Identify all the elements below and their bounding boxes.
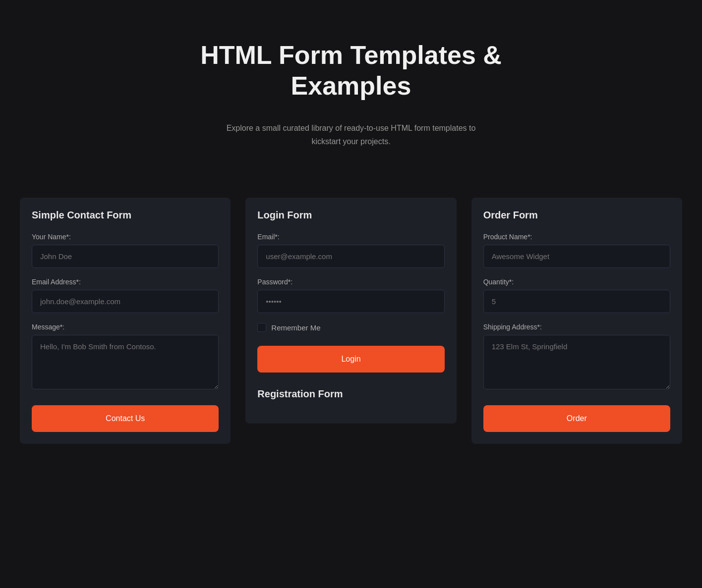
order-form-card: Order Form Product Name*: Quantity*: Shi… <box>471 198 682 444</box>
login-form-card: Login Form Email*: Password*: Remember M… <box>245 198 456 424</box>
login-form-title: Login Form <box>257 210 444 221</box>
product-name-input[interactable] <box>483 245 670 268</box>
hero-section: HTML Form Templates & Examples Explore a… <box>0 0 702 198</box>
shipping-address-textarea[interactable] <box>483 335 670 389</box>
remember-me-row: Remember Me <box>257 323 444 332</box>
product-name-label: Product Name*: <box>483 233 670 241</box>
name-label: Your Name*: <box>32 233 219 241</box>
message-label: Message*: <box>32 323 219 331</box>
quantity-group: Quantity*: <box>483 278 670 313</box>
order-form-title: Order Form <box>483 210 670 221</box>
login-email-input[interactable] <box>257 245 444 268</box>
cards-container: Simple Contact Form Your Name*: Email Ad… <box>0 198 702 464</box>
email-label: Email Address*: <box>32 278 219 286</box>
order-button[interactable]: Order <box>483 405 670 432</box>
login-email-label: Email*: <box>257 233 444 241</box>
order-form: Product Name*: Quantity*: Shipping Addre… <box>483 233 670 432</box>
quantity-label: Quantity*: <box>483 278 670 286</box>
remember-me-label: Remember Me <box>271 323 320 332</box>
quantity-input[interactable] <box>483 290 670 313</box>
message-textarea[interactable] <box>32 335 219 389</box>
email-input[interactable] <box>32 290 219 313</box>
message-field-group: Message*: <box>32 323 219 391</box>
login-password-input[interactable] <box>257 290 444 313</box>
page-title: HTML Form Templates & Examples <box>187 40 515 102</box>
page-subtitle: Explore a small curated library of ready… <box>222 121 480 148</box>
name-field-group: Your Name*: <box>32 233 219 268</box>
contact-us-button[interactable]: Contact Us <box>32 405 219 432</box>
shipping-address-label: Shipping Address*: <box>483 323 670 331</box>
contact-form: Your Name*: Email Address*: Message*: Co… <box>32 233 219 432</box>
registration-form-section: Registration Form <box>257 388 444 400</box>
login-password-label: Password*: <box>257 278 444 286</box>
simple-contact-form-card: Simple Contact Form Your Name*: Email Ad… <box>20 198 231 444</box>
contact-form-title: Simple Contact Form <box>32 210 219 221</box>
email-field-group: Email Address*: <box>32 278 219 313</box>
login-password-group: Password*: <box>257 278 444 313</box>
login-form: Email*: Password*: Remember Me Login <box>257 233 444 373</box>
login-button[interactable]: Login <box>257 346 444 373</box>
registration-form-title: Registration Form <box>257 388 444 400</box>
shipping-address-group: Shipping Address*: <box>483 323 670 391</box>
remember-me-checkbox[interactable] <box>257 323 266 332</box>
login-email-group: Email*: <box>257 233 444 268</box>
product-name-group: Product Name*: <box>483 233 670 268</box>
name-input[interactable] <box>32 245 219 268</box>
